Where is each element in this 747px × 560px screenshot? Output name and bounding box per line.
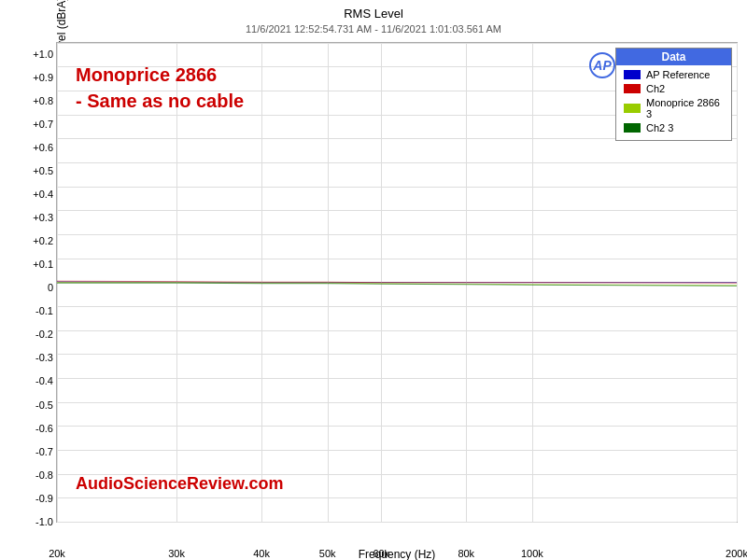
x-axis-title: Frequency (Hz) <box>359 548 436 560</box>
chart-body: RMS Level (dBrA) <box>0 37 747 560</box>
y-axis-labels: +1.0 +0.9 +0.8 +0.7 +0.6 +0.5 +0.4 +0.3 … <box>8 43 53 522</box>
chart-title: RMS Level 11/6/2021 12:52:54.731 AM - 11… <box>246 6 501 37</box>
chart-container: RMS Level 11/6/2021 12:52:54.731 AM - 11… <box>0 0 747 560</box>
plot-svg <box>57 43 737 522</box>
plot-area: +1.0 +0.9 +0.8 +0.7 +0.6 +0.5 +0.4 +0.3 … <box>56 42 738 523</box>
